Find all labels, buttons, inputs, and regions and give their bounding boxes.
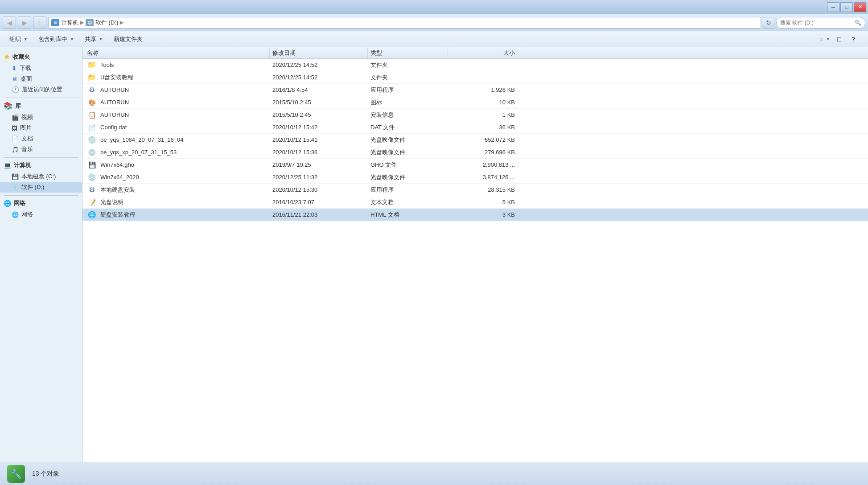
refresh-button[interactable]: ↻ [763, 17, 774, 29]
table-row[interactable]: 🎨 AUTORUN 2015/5/10 2:45 图标 10 KB [82, 96, 868, 109]
file-size: 1,926 KB [448, 86, 519, 93]
sidebar-item-recent[interactable]: 🕐 最近访问的位置 [0, 84, 82, 95]
file-name: AUTORUN [100, 99, 129, 106]
computer-icon: 💻 [4, 162, 11, 169]
computer-header[interactable]: 💻 计算机 [0, 160, 82, 171]
drive-d-label: 软件 (D:) [21, 183, 44, 191]
network-section: 🌐 网络 🌐 网络 [0, 197, 82, 220]
main-area: ★ 收藏夹 ⬇ 下载 🖥 桌面 🕐 最近访问的位置 [0, 47, 868, 462]
file-size: 2,900,813 ... [448, 161, 519, 168]
documents-label: 文档 [21, 135, 33, 143]
breadcrumb-sep1: ▶ [80, 20, 84, 25]
col-header-date[interactable]: 修改日期 [270, 48, 368, 58]
new-folder-label: 新建文件夹 [114, 35, 143, 43]
col-header-type[interactable]: 类型 [368, 48, 448, 58]
file-type: 光盘映像文件 [368, 136, 448, 144]
computer-icon: 🖥 [51, 19, 59, 26]
search-bar: 🔍 [776, 17, 865, 29]
file-name: AUTORUN [100, 86, 129, 93]
table-row[interactable]: 📄 Config.dat 2020/10/12 15:42 DAT 文件 36 … [82, 121, 868, 134]
file-type: 文件夹 [368, 61, 448, 69]
file-size: 279,696 KB [448, 149, 519, 156]
file-date: 2015/5/10 2:45 [270, 111, 368, 118]
table-row[interactable]: ⚙ 本地硬盘安装 2020/10/12 15:30 应用程序 28,315 KB [82, 184, 868, 196]
organize-dropdown-icon: ▼ [24, 37, 28, 41]
sidebar-item-drive-d[interactable]: 💿 软件 (D:) [0, 182, 82, 193]
search-input[interactable] [780, 20, 853, 26]
up-button[interactable]: ↑ [33, 16, 46, 29]
downloads-label: 下载 [20, 64, 31, 72]
sidebar-item-pictures[interactable]: 🖼 图片 [0, 123, 82, 133]
desktop-icon: 🖥 [12, 75, 18, 82]
statusbar: 🔧 13 个对象 [0, 462, 868, 485]
help-button[interactable]: ? [851, 33, 864, 45]
documents-icon: 📄 [12, 136, 19, 142]
breadcrumb[interactable]: 🖥 计算机 ▶ 💿 软件 (D:) ▶ [48, 17, 761, 29]
file-type: 图标 [368, 99, 448, 107]
file-name: pe_yqs_1064_20_07_31_16_04 [100, 136, 184, 143]
favorites-header[interactable]: ★ 收藏夹 [0, 51, 82, 63]
table-row[interactable]: 📝 光盘说明 2016/10/23 7:07 文本文档 5 KB [82, 196, 868, 209]
breadcrumb-computer[interactable]: 计算机 [61, 19, 78, 27]
view-button[interactable]: ≡ ▼ [815, 33, 835, 45]
network-header[interactable]: 🌐 网络 [0, 197, 82, 209]
computer-label: 计算机 [14, 161, 31, 169]
table-row[interactable]: 💿 pe_yqs_1064_20_07_31_16_04 2020/10/12 … [82, 134, 868, 146]
table-row[interactable]: 🌐 硬盘安装教程 2016/11/21 22:03 HTML 文档 3 KB [82, 209, 868, 221]
status-count: 13 个对象 [32, 470, 59, 478]
include-library-button[interactable]: 包含到库中 ▼ [33, 33, 79, 45]
forward-button[interactable]: ▶ [18, 16, 31, 29]
file-size: 36 KB [448, 124, 519, 131]
drive-d-icon: 💿 [12, 184, 19, 191]
sidebar-item-video[interactable]: 🎬 视频 [0, 112, 82, 123]
library-header[interactable]: 📚 库 [0, 100, 82, 112]
table-row[interactable]: 💿 Win7x64_2020 2020/12/25 11:32 光盘映像文件 3… [82, 171, 868, 184]
maximize-button[interactable]: □ [840, 2, 853, 12]
file-name: Win7x64_2020 [100, 174, 139, 181]
share-button[interactable]: 共享 ▼ [80, 33, 108, 45]
table-row[interactable]: 📁 U盘安装教程 2020/12/25 14:52 文件夹 [82, 71, 868, 84]
sidebar-item-downloads[interactable]: ⬇ 下载 [0, 63, 82, 74]
table-row[interactable]: 📋 AUTORUN 2015/5/10 2:45 安装信息 1 KB [82, 109, 868, 121]
recent-icon: 🕐 [12, 86, 19, 93]
file-icon: 🎨 [87, 98, 97, 107]
sidebar-item-music[interactable]: 🎵 音乐 [0, 144, 82, 155]
sidebar-item-desktop[interactable]: 🖥 桌面 [0, 74, 82, 84]
file-icon: 💿 [87, 148, 97, 157]
file-date: 2019/9/7 19:25 [270, 161, 368, 168]
file-date: 2020/12/25 14:52 [270, 62, 368, 68]
breadcrumb-drive[interactable]: 软件 (D:) [95, 19, 118, 27]
file-size: 10 KB [448, 99, 519, 106]
file-list-header: 名称 修改日期 类型 大小 [82, 47, 868, 59]
include-label: 包含到库中 [38, 35, 67, 43]
file-date: 2020/10/12 15:36 [270, 149, 368, 156]
table-row[interactable]: 💿 pe_yqs_xp_20_07_31_15_53 2020/10/12 15… [82, 146, 868, 159]
network-item-icon: 🌐 [12, 211, 19, 218]
file-icon: 📋 [87, 110, 97, 120]
table-row[interactable]: 📁 Tools 2020/12/25 14:52 文件夹 [82, 59, 868, 71]
close-button[interactable]: ✕ [854, 2, 866, 12]
file-rows-container: 📁 Tools 2020/12/25 14:52 文件夹 📁 U盘安装教程 20… [82, 59, 868, 221]
new-folder-button[interactable]: 新建文件夹 [109, 33, 148, 45]
table-row[interactable]: ⚙ AUTORUN 2016/1/8 4:54 应用程序 1,926 KB [82, 84, 868, 96]
organize-button[interactable]: 组织 ▼ [4, 33, 33, 45]
file-date: 2020/12/25 14:52 [270, 74, 368, 81]
back-button[interactable]: ◀ [3, 16, 16, 29]
drive-icon: 💿 [86, 19, 94, 26]
sidebar-item-documents[interactable]: 📄 文档 [0, 133, 82, 144]
minimize-button[interactable]: ─ [827, 2, 839, 12]
col-header-size[interactable]: 大小 [448, 48, 519, 58]
file-icon: 💿 [87, 173, 97, 182]
table-row[interactable]: 💾 Win7x64.gho 2019/9/7 19:25 GHO 文件 2,90… [82, 159, 868, 171]
file-type: 应用程序 [368, 186, 448, 194]
sidebar: ★ 收藏夹 ⬇ 下载 🖥 桌面 🕐 最近访问的位置 [0, 47, 82, 462]
sidebar-item-network[interactable]: 🌐 网络 [0, 209, 82, 220]
library-section: 📚 库 🎬 视频 🖼 图片 📄 文档 🎵 音乐 [0, 100, 82, 155]
pictures-label: 图片 [20, 124, 32, 132]
file-icon: ⚙ [87, 85, 97, 95]
sidebar-item-drive-c[interactable]: 💾 本地磁盘 (C:) [0, 171, 82, 182]
video-icon: 🎬 [12, 114, 19, 121]
divider-2 [4, 157, 78, 158]
preview-pane-button[interactable]: □ [837, 33, 849, 45]
col-header-name[interactable]: 名称 [82, 48, 270, 58]
